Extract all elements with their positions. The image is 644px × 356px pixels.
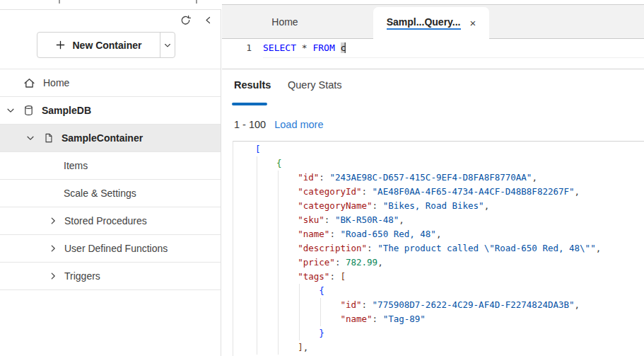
results-panel: Results Query Stats 1 - 100 Load more [ … <box>222 69 644 356</box>
sidebar-item-label: Triggers <box>64 270 100 282</box>
home-icon <box>23 77 35 89</box>
results-range-label: 1 - 100 <box>234 119 266 130</box>
json-code-line: "id": "775908D7-2622-4C29-AF4D-F2274824D… <box>255 298 601 312</box>
container-document-icon <box>44 132 54 144</box>
new-container-split-button: New Container <box>37 32 175 58</box>
sidebar-item-label: Items <box>64 160 88 171</box>
results-range-row: 1 - 100 Load more <box>234 119 324 130</box>
json-code-line: "tags": [ <box>255 270 601 284</box>
json-code-line: "name": "Road-650 Red, 48", <box>255 227 601 241</box>
plus-icon <box>55 40 66 50</box>
sidebar-item-scale-settings[interactable]: Scale & Settings <box>0 180 221 207</box>
resource-tree-sidebar: New Container Home <box>0 9 221 356</box>
sidebar-item-label: Scale & Settings <box>64 188 136 199</box>
json-code-line: "description": "The product called \"Roa… <box>255 241 601 255</box>
tab-label: Home <box>271 16 298 28</box>
chevron-down-icon <box>163 41 172 50</box>
new-container-label: New Container <box>72 40 141 51</box>
json-code-line: } <box>255 326 601 340</box>
sidebar-item-triggers[interactable]: Triggers <box>0 263 221 290</box>
sidebar-item-label: Home <box>43 77 69 88</box>
tab-results[interactable]: Results <box>234 79 271 91</box>
json-code-line: "sku": "BK-R50R-48", <box>255 213 601 227</box>
collapse-sidebar-button[interactable] <box>201 13 215 27</box>
close-icon[interactable]: × <box>470 18 476 28</box>
query-code-line: SELECT * FROM c <box>263 42 346 53</box>
refresh-button[interactable] <box>178 13 192 27</box>
current-line-rule <box>263 57 644 58</box>
resource-tree: Home SampleDB <box>0 69 221 290</box>
cropped-toolbar-mark <box>59 0 60 4</box>
json-code-line: "name": "Tag-89" <box>255 312 601 326</box>
chevron-left-icon <box>204 16 213 25</box>
json-code-line: "categoryName": "Bikes, Road Bikes", <box>255 199 601 213</box>
sidebar-item-label: SampleDB <box>42 105 91 116</box>
sql-query-editor[interactable]: 1 SELECT * FROM c <box>222 39 644 69</box>
refresh-icon <box>180 15 191 25</box>
query-line: 1 SELECT * FROM c <box>222 39 644 53</box>
active-tab-underline <box>232 103 267 105</box>
sidebar-item-user-defined-functions[interactable]: User Defined Functions <box>0 235 221 263</box>
load-more-link[interactable]: Load more <box>274 119 323 130</box>
json-code-line: "price": 782.99, <box>255 255 601 270</box>
tab-label: Sampl...Query... <box>387 16 461 30</box>
sidebar-item-sampledb[interactable]: SampleDB <box>0 97 221 125</box>
json-code-line: ], <box>255 340 601 355</box>
tab-home[interactable]: Home <box>222 5 348 38</box>
json-code-line: [ <box>255 142 601 156</box>
sidebar-item-samplecontainer[interactable]: SampleContainer <box>0 125 221 152</box>
chevron-right-icon[interactable] <box>48 271 58 281</box>
sidebar-item-home[interactable]: Home <box>0 69 221 97</box>
data-explorer-app: New Container Home <box>0 0 644 356</box>
chevron-right-icon[interactable] <box>48 243 58 253</box>
new-container-dropdown-button[interactable] <box>160 33 175 57</box>
sidebar-item-items[interactable]: Items <box>0 152 221 180</box>
sidebar-item-label: User Defined Functions <box>64 243 168 254</box>
database-icon <box>23 105 34 116</box>
tab-query-stats[interactable]: Query Stats <box>288 79 342 91</box>
cropped-toolbar-mark <box>196 0 197 4</box>
chevron-down-icon[interactable] <box>25 133 35 143</box>
json-code: [ { "id": "243AE98C-D657-415C-9EF4-D8FA8… <box>255 142 601 355</box>
line-number: 1 <box>222 42 263 53</box>
sidebar-item-label: Stored Procedures <box>64 215 147 226</box>
json-code-line: { <box>255 284 601 298</box>
json-results-editor[interactable]: [ { "id": "243AE98C-D657-415C-9EF4-D8FA8… <box>233 141 644 356</box>
chevron-right-icon[interactable] <box>48 216 58 226</box>
document-tab-bar: Home Sampl...Query... × <box>222 4 644 39</box>
new-container-button[interactable]: New Container <box>37 33 160 57</box>
json-code-line: { <box>255 156 601 171</box>
sidebar-item-stored-procedures[interactable]: Stored Procedures <box>0 207 221 235</box>
json-code-line: "id": "243AE98C-D657-415C-9EF4-D8FA8F877… <box>255 171 601 185</box>
tab-query-active[interactable]: Sampl...Query... × <box>373 7 489 39</box>
chevron-down-icon[interactable] <box>6 105 16 115</box>
sidebar-item-label: SampleContainer <box>62 132 143 144</box>
json-code-line: "categoryId": "AE48F0AA-4F65-4734-A4CF-D… <box>255 185 601 199</box>
